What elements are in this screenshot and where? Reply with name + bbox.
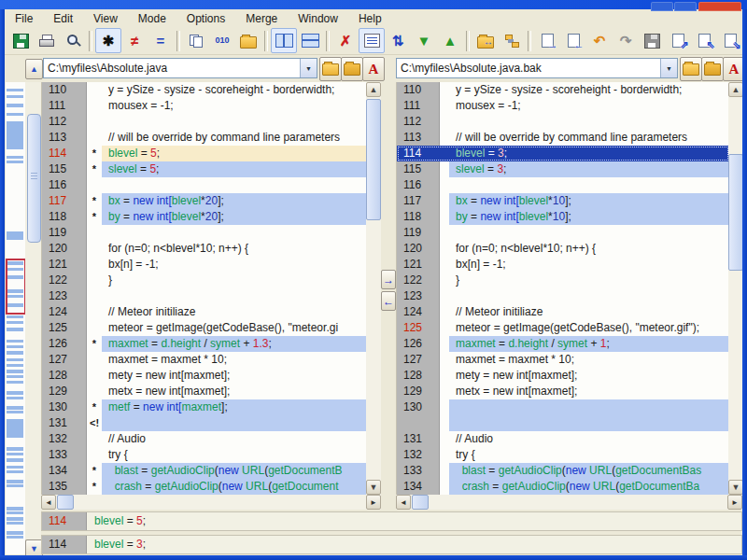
ignore-rules-button[interactable]: ✗: [332, 28, 359, 53]
right-vscrollbar-thumb[interactable]: [728, 154, 743, 271]
left-hscroll-right-button[interactable]: ►: [366, 495, 381, 510]
code-line-113[interactable]: 113// will be override by command line p…: [42, 130, 367, 146]
code-line-125[interactable]: 125meteor = getImage(getCodeBase(), "met…: [42, 320, 367, 336]
left-file-dropdown-button[interactable]: ▼: [300, 59, 317, 77]
left-hscrollbar-track[interactable]: [41, 495, 381, 510]
code-line-111[interactable]: 111mousex = -1;: [42, 98, 367, 114]
merge-all-right-button[interactable]: ⇗: [665, 28, 691, 53]
code-line-110[interactable]: 110y = ySize - sysize - scoreheight - bo…: [42, 82, 367, 98]
code-line-130[interactable]: 130: [397, 399, 729, 415]
right-vscrollbar-track[interactable]: [728, 82, 743, 495]
open-files-button[interactable]: [235, 28, 261, 53]
code-line-131[interactable]: 131<!: [42, 415, 367, 431]
code-line-124[interactable]: 124// Meteor initiliaze: [397, 304, 729, 320]
maximize-button[interactable]: [674, 2, 697, 11]
right-hscroll-right-button[interactable]: ►: [727, 495, 742, 510]
copy-block-left-button[interactable]: ←: [381, 291, 396, 311]
left-hscroll-left-button[interactable]: ◄: [41, 495, 56, 510]
code-line-117[interactable]: 117bx = new int[blevel*10];: [397, 193, 729, 209]
right-code-pane[interactable]: 110y = ySize - sysize - scoreheight - bo…: [396, 82, 729, 495]
code-line-120[interactable]: 120for (n=0; n<blevel*10; n++) {: [397, 241, 729, 257]
code-line-123[interactable]: 123: [42, 288, 367, 304]
print-preview-button[interactable]: [60, 28, 86, 53]
redo-button[interactable]: ↷: [613, 28, 639, 53]
right-vscroll-down-button[interactable]: ▼: [728, 480, 743, 495]
menu-item-view[interactable]: View: [83, 10, 128, 27]
menu-item-options[interactable]: Options: [176, 10, 235, 27]
code-line-132[interactable]: 132try {: [397, 447, 729, 463]
code-line-128[interactable]: 128mety = new int[maxmet];: [397, 368, 729, 384]
code-line-133[interactable]: 133try {: [42, 447, 367, 463]
app-scrollbar-thumb[interactable]: [27, 114, 41, 243]
code-line-124[interactable]: 124// Meteor initiliaze: [42, 304, 367, 320]
code-line-120[interactable]: 120for (n=0; n<blevel*10; n++) {: [42, 241, 367, 257]
layout-horizontal-button[interactable]: [297, 28, 323, 53]
code-line-125[interactable]: 125meteor = getImage(getCodeBase(), "met…: [397, 320, 729, 336]
directory-tree-button[interactable]: [499, 28, 525, 53]
code-line-122[interactable]: 122}: [42, 273, 367, 288]
save-merge-button[interactable]: [639, 28, 665, 53]
show-differences-only-button[interactable]: ≠: [121, 28, 148, 53]
previous-difference-button[interactable]: ▲: [437, 28, 463, 53]
right-hscrollbar-track[interactable]: [396, 495, 743, 510]
merge-all-left-button[interactable]: ⇖: [691, 28, 717, 53]
copy-to-right-button[interactable]: →: [534, 28, 560, 53]
code-line-112[interactable]: 112: [42, 114, 367, 130]
code-line-118[interactable]: 118*by = new int[blevel*20];: [42, 209, 367, 225]
close-button[interactable]: [698, 2, 741, 11]
right-hscrollbar-thumb[interactable]: [412, 495, 429, 510]
code-line-121[interactable]: 121bx[n] = -1;: [397, 257, 729, 273]
code-line-129[interactable]: 129metx = new int[maxmet];: [397, 384, 729, 399]
code-line-114[interactable]: 114blevel = 3;: [397, 146, 729, 161]
code-line-119[interactable]: 119: [397, 225, 729, 241]
code-line-115[interactable]: 115*slevel = 5;: [42, 161, 367, 177]
code-line-127[interactable]: 127maxmet = maxmet * 10;: [397, 352, 729, 368]
left-font-button[interactable]: A: [362, 57, 385, 81]
diff-overview-map[interactable]: [6, 82, 26, 554]
code-line-filler[interactable]: [397, 415, 729, 431]
layout-vertical-button[interactable]: [271, 28, 297, 53]
compare-files-button[interactable]: [183, 28, 209, 53]
right-recent-files-button[interactable]: [701, 57, 724, 81]
next-difference-button[interactable]: ▼: [411, 28, 437, 53]
scroll-up-button[interactable]: ▲: [25, 59, 43, 79]
menu-item-mode[interactable]: Mode: [128, 10, 176, 27]
save-button[interactable]: [7, 28, 34, 53]
code-line-110[interactable]: 110y = ySize - sysize - scoreheight - bo…: [397, 82, 729, 98]
code-line-116[interactable]: 116: [42, 177, 367, 193]
code-line-134[interactable]: 134 crash = getAudioClip(new URL(getDocu…: [397, 479, 729, 495]
left-hscrollbar-thumb[interactable]: [57, 495, 74, 510]
right-vscroll-up-button[interactable]: ▲: [728, 82, 743, 97]
left-recent-files-button[interactable]: [341, 57, 363, 81]
compare-directories-button[interactable]: ↔: [472, 28, 499, 53]
print-button[interactable]: [34, 28, 60, 53]
code-line-119[interactable]: 119: [42, 225, 367, 241]
left-code-pane[interactable]: 110y = ySize - sysize - scoreheight - bo…: [41, 82, 367, 495]
menu-item-file[interactable]: File: [5, 10, 43, 27]
compare-binary-button[interactable]: 010: [209, 28, 235, 53]
menu-item-help[interactable]: Help: [348, 10, 392, 27]
left-vscrollbar-thumb[interactable]: [366, 99, 381, 220]
code-line-118[interactable]: 118by = new int[blevel*10];: [397, 209, 729, 225]
left-vscroll-up-button[interactable]: ▲: [366, 82, 381, 97]
code-line-128[interactable]: 128mety = new int[maxmet];: [42, 368, 367, 384]
line-details-button[interactable]: [359, 28, 385, 53]
left-vscroll-down-button[interactable]: ▼: [366, 480, 381, 495]
show-all-lines-button[interactable]: ✱: [95, 28, 121, 53]
code-line-112[interactable]: 112: [397, 114, 729, 130]
swap-panes-button[interactable]: ⇅: [385, 28, 411, 53]
right-file-dropdown-button[interactable]: ▼: [660, 59, 677, 77]
code-line-135[interactable]: 135* crash = getAudioClip(new URL(getDoc…: [42, 479, 367, 495]
code-line-130[interactable]: 130*metf = new int[maxmet];: [42, 399, 367, 415]
left-file-combobox[interactable]: C:\myfiles\Absolute.java ▼: [43, 58, 317, 78]
code-line-123[interactable]: 123: [397, 288, 729, 304]
code-line-132[interactable]: 132// Audio: [42, 431, 367, 447]
menu-item-edit[interactable]: Edit: [43, 10, 83, 27]
right-file-combobox[interactable]: C:\myfiles\Absolute.java.bak ▼: [396, 58, 678, 78]
code-line-113[interactable]: 113// will be override by command line p…: [397, 130, 729, 146]
code-line-126[interactable]: 126maxmet = d.height / symet + 1;: [397, 336, 729, 352]
code-line-129[interactable]: 129metx = new int[maxmet];: [42, 384, 367, 399]
minimize-button[interactable]: [651, 2, 673, 11]
menu-item-merge[interactable]: Merge: [235, 10, 288, 27]
right-open-file-button[interactable]: [680, 57, 702, 81]
